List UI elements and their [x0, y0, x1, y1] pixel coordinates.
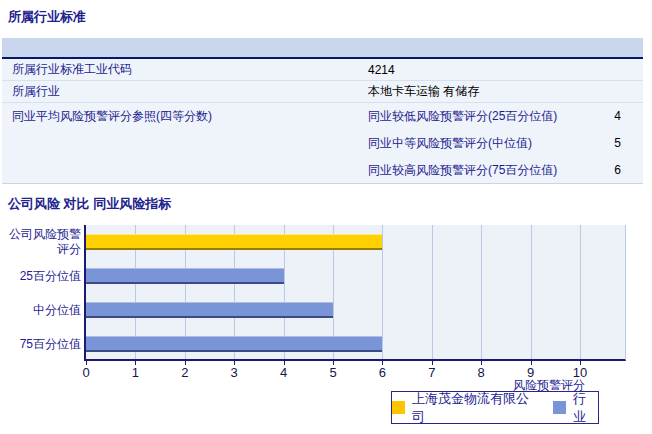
quartile-subrows: 同业较低风险预警评分(25百分位值) 4 同业中等风险预警评分(中位值) 5 同… — [368, 103, 643, 184]
y-axis-category-label: 中分位值 — [0, 293, 81, 327]
table-header-band — [2, 38, 643, 59]
subrow-value: 4 — [614, 103, 621, 130]
legend-item-industry: 行业 — [553, 390, 598, 426]
subrow-25th-percentile: 同业较低风险预警评分(25百分位值) 4 — [368, 103, 643, 130]
y-axis-label-text: 公司风险预警评分 — [0, 227, 81, 257]
y-axis-label-text: 25百分位值 — [20, 269, 81, 284]
y-axis-label-text: 中分位值 — [33, 303, 81, 318]
row-value: 4214 — [368, 63, 395, 77]
gridline — [481, 225, 482, 359]
report-page: 所属行业标准 所属行业标准工业代码 4214 所属行业 本地卡车运输 有储存 同… — [0, 0, 652, 434]
chart-bar — [86, 234, 382, 250]
legend-label: 行业 — [573, 390, 598, 426]
gridline — [531, 225, 532, 359]
row-label: 同业平均风险预警评分参照(四等分数) — [2, 103, 368, 130]
section-title-risk-comparison: 公司风险 对比 同业风险指标 — [8, 195, 171, 213]
section-title-industry-standard: 所属行业标准 — [8, 8, 86, 26]
y-axis-label-text: 75百分位值 — [20, 337, 81, 352]
chart-bar — [86, 268, 284, 284]
legend-item-company: 上海茂金物流有限公司 — [392, 390, 539, 426]
chart-legend: 上海茂金物流有限公司行业 — [391, 391, 599, 424]
chart-plot-area — [84, 225, 626, 361]
legend-swatch-company — [392, 401, 405, 414]
chart-bar — [86, 336, 382, 352]
gridline — [580, 225, 581, 359]
subrow-value: 5 — [614, 130, 621, 157]
industry-standard-table: 所属行业标准工业代码 4214 所属行业 本地卡车运输 有储存 同业平均风险预警… — [2, 38, 643, 184]
subrow-label: 同业较低风险预警评分(25百分位值) — [368, 109, 557, 123]
subrow-label: 同业较高风险预警评分(75百分位值) — [368, 163, 557, 177]
row-value: 本地卡车运输 有储存 — [368, 83, 479, 100]
subrow-median: 同业中等风险预警评分(中位值) 5 — [368, 130, 643, 157]
gridline — [382, 225, 383, 359]
y-axis-category-label: 25百分位值 — [0, 259, 81, 293]
table-row-industry: 所属行业 本地卡车运输 有储存 — [2, 81, 643, 103]
gridline — [432, 225, 433, 359]
row-label: 所属行业 — [2, 83, 368, 100]
subrow-label: 同业中等风险预警评分(中位值) — [368, 136, 532, 150]
y-axis-category-label: 公司风险预警评分 — [0, 225, 81, 259]
legend-swatch-industry — [553, 401, 566, 414]
y-axis-category-label: 75百分位值 — [0, 327, 81, 361]
table-row-peer-quartiles: 同业平均风险预警评分参照(四等分数) 同业较低风险预警评分(25百分位值) 4 … — [2, 103, 643, 184]
subrow-value: 6 — [614, 157, 621, 184]
subrow-75th-percentile: 同业较高风险预警评分(75百分位值) 6 — [368, 157, 643, 184]
chart-bar — [86, 302, 333, 318]
legend-label: 上海茂金物流有限公司 — [412, 390, 539, 426]
table-row-sic-code: 所属行业标准工业代码 4214 — [2, 59, 643, 81]
row-label: 所属行业标准工业代码 — [2, 61, 368, 78]
